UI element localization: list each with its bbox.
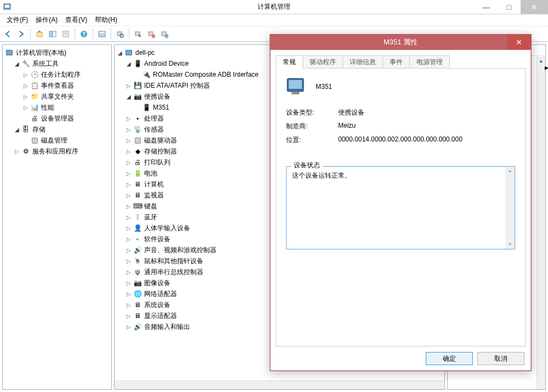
value-device-type: 便携设备 <box>338 108 364 117</box>
vertical-scrollbar[interactable]: ▲ <box>536 56 545 389</box>
expander-icon[interactable]: ▷ <box>125 247 132 253</box>
device-large-icon <box>286 77 307 96</box>
expander-icon[interactable]: ▷ <box>22 82 29 89</box>
show-hide-tree-button[interactable] <box>47 28 59 40</box>
expander-icon[interactable]: ▷ <box>14 148 20 155</box>
tree-shared-folders[interactable]: ▷📁共享文件夹 <box>3 91 111 102</box>
forward-button[interactable] <box>15 28 27 40</box>
up-button[interactable] <box>33 28 45 40</box>
tree-label: 监视器 <box>144 191 164 200</box>
expander-icon[interactable]: ▷ <box>125 225 132 231</box>
tree-task-scheduler[interactable]: ▷🕒任务计划程序 <box>3 69 111 80</box>
tree-storage[interactable]: ◢🗄存储 <box>3 124 111 135</box>
horizontal-scrollbar[interactable] <box>115 380 444 389</box>
menu-action[interactable]: 操作(A) <box>32 14 61 26</box>
label-device-type: 设备类型: <box>286 108 338 117</box>
expand-arrow-icon[interactable]: ▸ <box>545 63 548 72</box>
tree-label: 电池 <box>144 169 157 178</box>
expander-icon[interactable]: ◢ <box>117 49 123 56</box>
expander-icon[interactable]: ▷ <box>125 280 132 286</box>
tab-power[interactable]: 电源管理 <box>409 55 450 69</box>
device-status-textbox[interactable]: 这个设备运转正常。 ▲ ▼ <box>286 166 515 249</box>
expander-icon[interactable]: ▷ <box>125 148 132 155</box>
audio-icon: 🔊 <box>133 322 142 331</box>
tree-label: 打印队列 <box>144 158 170 167</box>
menu-bar: 文件(F) 操作(A) 查看(V) 帮助(H) <box>0 14 548 26</box>
expander-icon[interactable]: ▷ <box>125 181 132 188</box>
expander-icon[interactable]: ▷ <box>22 104 29 111</box>
minimize-button[interactable]: — <box>475 0 498 14</box>
disk-drive-icon <box>133 136 142 145</box>
expander-icon[interactable]: ▷ <box>125 159 132 166</box>
window-title: 计算机管理 <box>0 2 548 12</box>
help-button[interactable]: ? <box>78 28 90 40</box>
expander-icon[interactable]: ▷ <box>22 93 29 100</box>
svg-rect-3 <box>49 31 52 37</box>
expander-icon[interactable]: ▷ <box>125 291 132 297</box>
tab-general[interactable]: 常规 <box>276 55 303 69</box>
tree-label: 键盘 <box>144 202 157 211</box>
uninstall-device-button[interactable] <box>158 28 170 40</box>
tree-event-viewer[interactable]: ▷📋事件查看器 <box>3 80 111 91</box>
system-device-icon: 🖥 <box>133 300 142 309</box>
tree-disk-management[interactable]: ▷磁盘管理 <box>3 135 111 146</box>
enable-device-button[interactable] <box>132 28 144 40</box>
properties-button[interactable] <box>60 28 72 40</box>
tree-system-tools[interactable]: ◢🔧系统工具 <box>3 58 111 69</box>
expander-icon[interactable]: ▷ <box>125 170 132 177</box>
svg-rect-11 <box>99 32 105 33</box>
expander-icon[interactable]: ▷ <box>125 313 132 319</box>
expander-icon[interactable]: ▷ <box>125 115 132 122</box>
scan-hardware-button[interactable] <box>114 28 126 40</box>
expander-icon[interactable]: ▷ <box>125 323 132 330</box>
expander-icon[interactable]: ▷ <box>125 258 132 264</box>
menu-view[interactable]: 查看(V) <box>62 14 90 26</box>
menu-help[interactable]: 帮助(H) <box>92 14 121 26</box>
cancel-button[interactable]: 取消 <box>477 352 524 365</box>
expander-icon[interactable]: ▷ <box>125 82 132 89</box>
maximize-button[interactable]: □ <box>498 0 521 14</box>
expander-icon[interactable]: ▷ <box>22 71 29 78</box>
view-mode-button[interactable] <box>96 28 108 40</box>
scroll-up-icon[interactable]: ▲ <box>537 56 545 65</box>
tab-driver[interactable]: 驱动程序 <box>302 55 343 69</box>
expander-icon[interactable]: ▷ <box>125 203 132 209</box>
expander-icon[interactable]: ◢ <box>125 60 132 67</box>
tree-device-manager[interactable]: ▷🖨设备管理器 <box>3 113 111 124</box>
expander-icon[interactable]: ◢ <box>14 60 20 67</box>
menu-file[interactable]: 文件(F) <box>3 14 31 26</box>
expander-icon[interactable]: ▷ <box>125 192 132 198</box>
tree-label: 蓝牙 <box>144 213 157 222</box>
expander-icon[interactable]: ▷ <box>125 302 132 308</box>
usb-icon: ψ <box>133 268 142 276</box>
scroll-down-icon[interactable]: ▼ <box>506 240 515 249</box>
expander-icon[interactable]: ◢ <box>14 126 20 133</box>
console-tree[interactable]: 计算机管理(本地) ◢🔧系统工具 ▷🕒任务计划程序 ▷📋事件查看器 ▷📁共享文件… <box>2 44 112 390</box>
svg-rect-4 <box>53 31 56 37</box>
dialog-close-button[interactable]: ✕ <box>507 35 531 50</box>
dialog-titlebar[interactable]: M351 属性 ✕ <box>270 35 531 50</box>
tree-label: 存储控制器 <box>144 147 177 156</box>
ok-button[interactable]: 确定 <box>426 352 473 365</box>
scroll-up-icon[interactable]: ▲ <box>506 167 515 175</box>
expander-icon[interactable]: ▷ <box>125 269 132 275</box>
tab-events[interactable]: 事件 <box>383 55 410 69</box>
close-button[interactable]: ✕ <box>521 0 548 14</box>
cpu-icon: ▪ <box>133 114 142 123</box>
sensor-icon: 📡 <box>133 125 142 134</box>
disable-device-button[interactable] <box>145 28 157 40</box>
expander-icon[interactable]: ▷ <box>125 137 132 144</box>
expander-icon[interactable]: ▷ <box>125 214 132 220</box>
status-scrollbar[interactable]: ▲ ▼ <box>506 167 515 249</box>
expander-icon[interactable]: ◢ <box>125 93 132 100</box>
tree-services-apps[interactable]: ▷⚙服务和应用程序 <box>3 146 111 157</box>
sound-icon: 🔊 <box>133 246 142 254</box>
tab-content-general: M351 设备类型:便携设备 制造商:Meizu 位置:0000.0014.00… <box>276 68 526 346</box>
tree-root[interactable]: 计算机管理(本地) <box>3 47 111 58</box>
tab-details[interactable]: 详细信息 <box>342 55 383 69</box>
expander-icon[interactable]: ▷ <box>125 126 132 133</box>
tree-label: 系统设备 <box>144 300 170 310</box>
tree-performance[interactable]: ▷📊性能 <box>3 102 111 113</box>
expander-icon[interactable]: ▷ <box>125 236 132 242</box>
back-button[interactable] <box>2 28 14 40</box>
